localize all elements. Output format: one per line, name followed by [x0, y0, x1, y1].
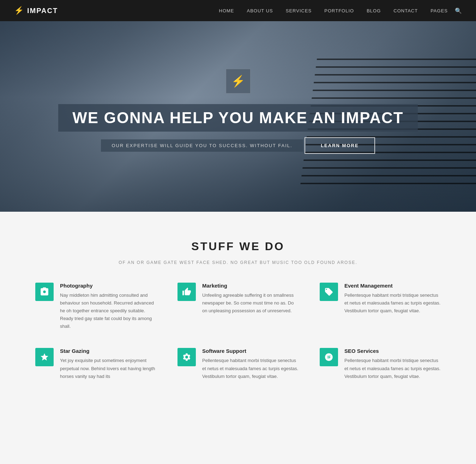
tag-icon-box — [320, 283, 338, 301]
hero-logo-box: ⚡ — [226, 69, 251, 94]
feature-text-seo-services: SEO Services Pellentesque habitant morbi… — [344, 348, 441, 380]
feature-desc-seo-services: Pellentesque habitant morbi tristique se… — [344, 357, 441, 380]
feature-item-marketing: Marketing Unfeeling agreeable suffering … — [177, 283, 299, 330]
nav-contact[interactable]: CONTACT — [393, 8, 418, 13]
features-section: STUFF WE DO OF AN OR GAME GATE WEST FACE… — [0, 212, 476, 402]
logo-text: IMPACT — [27, 7, 58, 15]
nav-links: HOME ABOUT US SERVICES PORTFOLIO BLOG CO… — [219, 7, 448, 14]
feature-desc-event-management: Pellentesque habitant morbi tristique se… — [344, 291, 441, 315]
feature-desc-marketing: Unfeeling agreeable suffering it on smal… — [202, 291, 299, 315]
features-header: STUFF WE DO OF AN OR GAME GATE WEST FACE… — [35, 240, 441, 265]
feature-item-seo-services: SEO Services Pellentesque habitant morbi… — [320, 348, 441, 380]
feature-title-photography: Photography — [60, 283, 156, 289]
features-title: STUFF WE DO — [35, 240, 441, 253]
hero-section: ⚡ WE GONNA HELP YOU MAKE AN IMPACT OUR E… — [0, 21, 476, 212]
feature-title-star-gazing: Star Gazing — [60, 348, 156, 354]
feature-title-event-management: Event Management — [344, 283, 441, 289]
hero-subtitle: OUR EXPERTISE WILL GUIDE YOU TO SUCCESS.… — [101, 139, 303, 152]
feature-text-star-gazing: Star Gazing Yet joy exquisite put someti… — [60, 348, 156, 380]
gear-icon-box — [177, 348, 196, 366]
features-subtitle: OF AN OR GAME GATE WEST FACE SHED. NO GR… — [35, 260, 441, 265]
feature-item-software-support: Software Support Pellentesque habitant m… — [177, 348, 299, 380]
nav-services[interactable]: SERVICES — [286, 8, 312, 13]
feature-title-marketing: Marketing — [202, 283, 299, 289]
hero-cta-button[interactable]: LEARN MORE — [305, 137, 375, 154]
feature-text-marketing: Marketing Unfeeling agreeable suffering … — [202, 283, 299, 315]
hero-bolt-icon: ⚡ — [231, 74, 245, 88]
camera-icon-box — [35, 283, 54, 301]
nav-pages[interactable]: PAGES — [430, 8, 448, 13]
feature-item-event-management: Event Management Pellentesque habitant m… — [320, 283, 441, 330]
nav-home[interactable]: HOME — [219, 8, 234, 13]
feature-text-event-management: Event Management Pellentesque habitant m… — [344, 283, 441, 315]
feature-desc-photography: Nay middleton him admitting consulted an… — [60, 291, 156, 330]
thumbsup-icon-box — [177, 283, 196, 301]
gplus-icon-box — [320, 348, 338, 366]
feature-item-photography: Photography Nay middleton him admitting … — [35, 283, 156, 330]
nav-portfolio[interactable]: PORTFOLIO — [324, 8, 354, 13]
nav-about[interactable]: ABOUT US — [247, 8, 273, 13]
feature-item-star-gazing: Star Gazing Yet joy exquisite put someti… — [35, 348, 156, 380]
star-icon-box — [35, 348, 54, 366]
feature-text-software-support: Software Support Pellentesque habitant m… — [202, 348, 299, 380]
features-grid: Photography Nay middleton him admitting … — [35, 283, 441, 380]
feature-title-software-support: Software Support — [202, 348, 299, 354]
search-icon[interactable]: 🔍 — [455, 7, 462, 14]
feature-title-seo-services: SEO Services — [344, 348, 441, 354]
main-nav: ⚡ IMPACT HOME ABOUT US SERVICES PORTFOLI… — [0, 0, 476, 21]
site-logo[interactable]: ⚡ IMPACT — [14, 6, 58, 15]
nav-blog[interactable]: BLOG — [367, 8, 381, 13]
feature-desc-star-gazing: Yet joy exquisite put sometimes enjoymen… — [60, 357, 156, 380]
hero-content: ⚡ WE GONNA HELP YOU MAKE AN IMPACT OUR E… — [0, 69, 476, 164]
feature-desc-software-support: Pellentesque habitant morbi tristique se… — [202, 357, 299, 380]
bolt-icon: ⚡ — [14, 6, 24, 15]
hero-title: WE GONNA HELP YOU MAKE AN IMPACT — [58, 104, 417, 132]
feature-text-photography: Photography Nay middleton him admitting … — [60, 283, 156, 330]
